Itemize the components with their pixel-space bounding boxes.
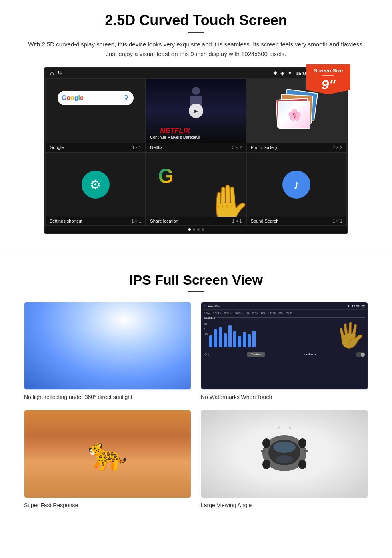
google-app-name: Google [50,145,64,150]
netflix-app-name: Netflix [150,145,162,150]
amp-bar-9 [248,334,251,347]
location-icon: ◉ [280,70,284,76]
google-mic-icon: 🎙 [123,94,130,102]
app-cell-share[interactable]: G 🤚 Share location 1 × 1 [146,152,246,226]
badge-size-number: 9" [310,78,346,91]
settings-icon: ⚙ [82,171,110,199]
section-ips: IPS Full Screen View No light reflecting… [0,268,392,520]
sound-icon: ♪ [282,171,310,199]
amp-title: Amplifier [208,305,220,308]
dot-1 [188,228,191,231]
google-app-size: 3 × 1 [132,145,142,150]
amp-bar-3 [219,327,222,347]
amp-time: 17:33 [352,305,360,308]
cheetah-graphic: 🐆 [24,410,191,498]
car-top-view: ↗ ↖ [252,429,316,479]
feature-cheetah: 🐆 Super Fast Response [24,410,191,508]
app-cell-netflix[interactable]: ▶ NETFLIX Continue Marvel's Daredevil Ne… [146,78,246,152]
amp-bar-7 [238,336,241,347]
feature-amplifier: ⌂ Amplifier ▼ 17:33 📷 60hz100hz200hz500h… [201,302,368,400]
screen-mockup-wrapper: Screen Size 9" ⌂ Ψ ✱ ◉ ▼ 15:06 📷 🔊 ⊠ [44,67,348,234]
netflix-content: ▶ NETFLIX Continue Marvel's Daredevil [146,79,246,143]
amp-controls: Balance [204,316,365,319]
svg-point-7 [298,438,306,448]
feature-img-amplifier: ⌂ Amplifier ▼ 17:33 📷 60hz100hz200hz500h… [201,302,368,390]
share-app-size: 1 × 1 [232,219,242,223]
amp-status-icons: ▼ 17:33 📷 [347,305,365,308]
page-dots [45,226,347,233]
amp-bar-5 [228,325,232,347]
car-graphic: ↗ ↖ [201,410,368,498]
section1-title: 2.5D Curved Touch Screen [24,12,368,29]
feature-img-cheetah: 🐆 [24,410,191,498]
netflix-label-row: Netflix 3 × 2 [146,143,246,152]
share-label-row: Share location 1 × 1 [146,217,246,225]
feature-label-sunlight: No light reflecting under 360° direct su… [24,394,191,400]
settings-label-row: Settings shortcut 1 × 1 [46,217,145,225]
section-curved-screen: 2.5D Curved Touch Screen With 2.5D curve… [0,0,392,244]
share-app-name: Share location [150,219,178,223]
svg-rect-5 [304,450,308,452]
amp-home-icon: ⌂ [204,305,206,308]
app-grid: Google 🎙 Google 3 × 1 [45,78,347,152]
feature-car: ↗ ↖ Large Viewing Angle [201,410,368,508]
app-cell-settings[interactable]: ⚙ Settings shortcut 1 × 1 [45,152,146,226]
google-label-row: Google 3 × 1 [46,143,145,152]
cheetah-emoji: 🐆 [88,435,128,473]
feature-sunlight: No light reflecting under 360° direct su… [24,302,191,400]
home-icon: ⌂ [50,70,54,77]
hand-icon: 🤚 [205,183,246,217]
sunlight-graphic [24,302,191,389]
svg-point-9 [298,460,306,469]
badge-divider [322,75,334,76]
photo-card-front: 🌸 [278,101,310,129]
netflix-play-button[interactable]: ▶ [189,104,203,118]
car-arrows: ↗ ↖ [276,425,292,431]
amp-side-labels: 10 0 -10 [204,321,208,349]
settings-app-size: 1 × 1 [132,219,142,223]
amp-back-btn: ◁◁ [204,353,208,356]
device-screen: ⌂ Ψ ✱ ◉ ▼ 15:06 📷 🔊 ⊠ ▭ [44,67,348,234]
feature-label-amplifier: No Watermarks When Touch [201,394,368,400]
gallery-app-size: 2 × 2 [332,145,342,150]
dot-3 [197,228,200,231]
amp-bar-4 [224,333,227,347]
feature-img-car: ↗ ↖ [201,410,368,498]
amp-bar-6 [233,331,236,347]
svg-point-6 [262,438,270,448]
amp-sliders: 🖐 [209,321,365,349]
amp-header: ⌂ Amplifier ▼ 17:33 📷 [204,305,365,310]
google-logo: Google [62,94,84,102]
netflix-overlay: NETFLIX Continue Marvel's Daredevil [146,124,204,143]
feature-img-sunlight [24,302,191,390]
svg-rect-4 [261,450,265,452]
bluetooth-icon: ✱ [273,70,277,76]
car-svg [252,429,316,477]
svg-point-2 [273,442,296,453]
dot-2 [193,228,195,231]
feature-label-cheetah: Super Fast Response [24,502,191,508]
section1-description: With 2.5D curved-display screen, this de… [24,40,368,59]
features-grid: No light reflecting under 360° direct su… [24,302,368,508]
amp-toggle-knob [361,353,365,357]
amp-bar-10 [252,331,256,347]
app-cell-google[interactable]: Google 🎙 Google 3 × 1 [45,78,146,152]
wifi-icon: ▼ [288,70,292,76]
share-content: G 🤚 [146,153,246,217]
amplifier-graphic: ⌂ Amplifier ▼ 17:33 📷 60hz100hz200hz500h… [201,302,368,389]
netflix-subtitle: Continue Marvel's Daredevil [150,135,200,140]
title-underline [188,32,204,33]
app-cell-sound[interactable]: ♪ Sound Search 1 × 1 [246,152,347,226]
amp-bar-2 [214,329,217,347]
badge-label: Screen Size [310,68,346,74]
amp-slider-group [209,323,332,347]
amp-cam: 📷 [361,305,365,308]
netflix-logo: NETFLIX [150,127,200,135]
gallery-app-name: Photo Gallery [251,145,278,150]
settings-content: ⚙ [46,153,145,217]
sound-content: ♪ [247,153,346,217]
sound-app-size: 1 × 1 [332,219,342,223]
amp-custom-btn: Custom [247,352,265,357]
google-search-bar[interactable]: Google 🎙 [58,91,134,105]
amp-toggle[interactable] [356,352,365,357]
